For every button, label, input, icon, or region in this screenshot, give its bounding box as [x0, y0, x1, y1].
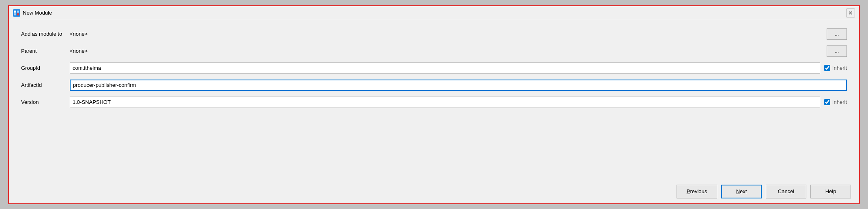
artifact-id-input[interactable] [70, 80, 847, 91]
group-id-row: GroupId Inherit [21, 62, 847, 74]
artifact-id-row: ArtifactId [21, 80, 847, 91]
svg-rect-1 [14, 11, 16, 13]
add-as-module-row: Add as module to <none> ... [21, 28, 847, 40]
previous-button[interactable]: Previous [677, 185, 717, 198]
version-row: Version Inherit [21, 97, 847, 108]
add-as-module-browse-button[interactable]: ... [827, 28, 847, 40]
add-as-module-label: Add as module to [21, 31, 70, 37]
parent-row: Parent <none> ... [21, 45, 847, 57]
svg-rect-3 [14, 13, 16, 15]
title-bar: New Module ✕ [9, 6, 859, 20]
version-label: Version [21, 99, 70, 105]
parent-browse-button[interactable]: ... [827, 45, 847, 57]
svg-rect-0 [13, 9, 20, 17]
cancel-button[interactable]: Cancel [766, 185, 806, 198]
add-as-module-value: <none> [70, 31, 823, 37]
spacer [21, 114, 847, 172]
next-button[interactable]: Next [721, 185, 762, 198]
group-id-inherit-text: Inherit [832, 65, 847, 71]
footer: Previous Next Cancel Help [9, 180, 859, 203]
svg-rect-2 [17, 11, 19, 13]
close-button[interactable]: ✕ [846, 9, 855, 17]
app-icon [13, 9, 20, 17]
next-label: Next [736, 188, 747, 194]
title-bar-left: New Module [13, 9, 52, 17]
version-input[interactable] [70, 97, 820, 108]
version-inherit-label: Inherit [824, 99, 847, 105]
parent-value: <none> [70, 48, 823, 54]
group-id-input[interactable] [70, 62, 820, 74]
form-content: Add as module to <none> ... Parent <none… [9, 20, 859, 180]
group-id-inherit-checkbox[interactable] [824, 65, 830, 71]
svg-rect-4 [17, 13, 19, 15]
version-inherit-checkbox[interactable] [824, 99, 830, 105]
dialog-title: New Module [23, 10, 52, 16]
group-id-label: GroupId [21, 65, 70, 71]
parent-label: Parent [21, 48, 70, 54]
version-inherit-text: Inherit [832, 99, 847, 105]
help-button[interactable]: Help [810, 185, 851, 198]
new-module-dialog: New Module ✕ Add as module to <none> ...… [8, 5, 860, 204]
artifact-id-label: ArtifactId [21, 82, 70, 88]
group-id-inherit-label: Inherit [824, 65, 847, 71]
previous-label: Previous [687, 188, 707, 194]
